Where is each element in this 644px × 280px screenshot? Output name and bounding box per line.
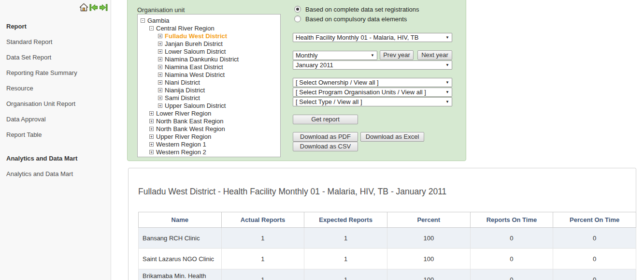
tree-item-north-bank-west-region[interactable]: + North Bank West Region	[141, 125, 277, 133]
tree-item-label[interactable]: Nianija District	[165, 87, 205, 94]
sidebar-item-analytics-and-data-mart[interactable]: Analytics and Data Mart	[0, 166, 111, 182]
period-select-value: January 2011	[296, 61, 333, 69]
tree-item-label[interactable]: Niamina Dankunku District	[165, 56, 239, 63]
cell-percent: 100	[387, 228, 470, 249]
tree-toggle-icon[interactable]: +	[149, 111, 154, 116]
tree-item-label[interactable]: Western Region 1	[156, 141, 206, 148]
tree-toggle-icon[interactable]: -	[141, 18, 145, 23]
tree-toggle-icon[interactable]: -	[149, 26, 154, 30]
cell-reports-on-time: 0	[470, 269, 553, 280]
column-header: Expected Reports	[304, 212, 387, 228]
tree-item-sami-district[interactable]: + Sami District	[141, 94, 277, 102]
reporting-rate-table: Name Actual Reports Expected Reports Per…	[138, 212, 636, 280]
tree-item-label[interactable]: North Bank East Region	[156, 118, 223, 125]
tree-toggle-icon[interactable]: +	[149, 134, 154, 139]
tree-item-fulladu-west-district[interactable]: + Fulladu West District	[141, 32, 277, 40]
tree-item-lower-river-region[interactable]: + Lower River Region	[141, 109, 277, 117]
tree-item-niani-district[interactable]: + Niani District	[141, 78, 277, 86]
tree-item-niamina-east-district[interactable]: + Niamina East District	[141, 63, 277, 71]
report-title: Fulladu West District - Health Facility …	[138, 187, 446, 197]
tree-item-label[interactable]: Upper Saloum District	[165, 102, 226, 109]
tree-toggle-icon[interactable]: +	[158, 57, 162, 61]
tree-toggle-icon[interactable]: +	[158, 49, 162, 54]
tree-toggle-icon[interactable]: +	[149, 127, 154, 131]
tree-item-label[interactable]: Niani District	[165, 79, 200, 86]
sidebar: Report Standard Report Data Set Report R…	[0, 0, 111, 280]
program-orgunit-select-value: [ Select Program Organisation Units / Vi…	[296, 88, 426, 96]
organisation-unit-tree: - Gambia - Central River Region + Fullad…	[137, 14, 281, 157]
dropdown-arrow-icon: ▼	[445, 35, 449, 40]
radio-compulsory-data-elements[interactable]: Based on compulsory data elements	[294, 14, 419, 24]
next-year-button[interactable]: Next year	[417, 50, 452, 60]
tree-toggle-icon[interactable]: +	[158, 34, 162, 38]
tree-item-upper-river-region[interactable]: + Upper River Region	[141, 133, 277, 140]
tree-item-label[interactable]: Western Region 2	[156, 148, 206, 156]
column-header: Reports On Time	[470, 212, 553, 228]
download-csv-button[interactable]: Download as CSV	[293, 142, 358, 151]
radio-button-icon[interactable]	[294, 15, 301, 22]
radio-button-icon[interactable]	[294, 6, 301, 13]
tree-item-central-river-region[interactable]: - Central River Region	[141, 24, 277, 32]
period-select[interactable]: January 2011 ▼	[293, 60, 452, 70]
ownership-select[interactable]: [ Select Ownership / View all ] ▼	[293, 78, 452, 87]
radio-label: Based on compulsory data elements	[305, 15, 407, 23]
sidebar-item-data-set-report[interactable]: Data Set Report	[0, 50, 111, 65]
tree-item-label[interactable]: Sami District	[165, 94, 200, 102]
tree-toggle-icon[interactable]: +	[158, 88, 162, 92]
sidebar-item-report-table[interactable]: Report Table	[0, 127, 111, 143]
tree-item-western-region-1[interactable]: + Western Region 1	[141, 140, 277, 148]
tree-toggle-icon[interactable]: +	[149, 150, 154, 154]
sidebar-item-standard-report[interactable]: Standard Report	[0, 34, 111, 50]
sidebar-item-resource[interactable]: Resource	[0, 81, 111, 96]
tree-item-label[interactable]: Niamina East District	[165, 63, 223, 71]
previous-page-icon[interactable]	[89, 3, 98, 12]
dataset-select-value: Health Facility Monthly 01 - Malaria, HI…	[296, 34, 418, 41]
tree-item-label[interactable]: Lower River Region	[156, 110, 211, 117]
get-report-button[interactable]: Get report	[293, 115, 358, 124]
tree-item-label[interactable]: Fulladu West District	[165, 32, 227, 40]
tree-item-label[interactable]: Janjan Bureh District	[165, 40, 223, 47]
tree-toggle-icon[interactable]: +	[158, 73, 162, 77]
tree-toggle-icon[interactable]: +	[149, 142, 154, 147]
tree-toggle-icon[interactable]: +	[158, 80, 162, 85]
tree-item-western-region-2[interactable]: + Western Region 2	[141, 148, 277, 156]
next-page-icon[interactable]	[99, 3, 108, 12]
tree-item-niamina-dankunku-district[interactable]: + Niamina Dankunku District	[141, 55, 277, 63]
tree-item-label[interactable]: Lower Saloum District	[165, 48, 226, 55]
tree-toggle-icon[interactable]: +	[149, 119, 154, 123]
report-output-panel: Fulladu West District - Health Facility …	[128, 168, 636, 280]
table-row-bansang-rch-clinic: Bansang RCH Clinic 1 1 100 0 0	[139, 228, 636, 249]
tree-item-north-bank-east-region[interactable]: + North Bank East Region	[141, 117, 277, 125]
tree-item-label[interactable]: Niamina West District	[165, 71, 225, 78]
download-pdf-button[interactable]: Download as PDF	[293, 132, 358, 142]
criteria-radio-group: Based on complete data set registrations…	[294, 4, 419, 24]
radio-complete-data-set-registrations[interactable]: Based on complete data set registrations	[294, 4, 419, 14]
sidebar-item-data-approval[interactable]: Data Approval	[0, 112, 111, 127]
tree-item-label[interactable]: Gambia	[147, 17, 170, 24]
period-type-select[interactable]: Monthly ▼	[293, 51, 377, 60]
tree-item-niamina-west-district[interactable]: + Niamina West District	[141, 71, 277, 78]
dataset-select[interactable]: Health Facility Monthly 01 - Malaria, HI…	[293, 33, 452, 42]
tree-item-label[interactable]: North Bank West Region	[156, 125, 225, 133]
tree-item-lower-saloum-district[interactable]: + Lower Saloum District	[141, 47, 277, 55]
program-orgunit-select[interactable]: [ Select Program Organisation Units / Vi…	[293, 88, 452, 97]
sidebar-item-reporting-rate-summary[interactable]: Reporting Rate Summary	[0, 65, 111, 81]
sidebar-item-organisation-unit-report[interactable]: Organisation Unit Report	[0, 96, 111, 112]
tree-item-gambia[interactable]: - Gambia	[141, 16, 277, 24]
tree-item-label[interactable]: Central River Region	[156, 25, 215, 32]
tree-toggle-icon[interactable]: +	[158, 103, 162, 108]
tree-item-upper-saloum-district[interactable]: + Upper Saloum District	[141, 102, 277, 109]
column-header: Name	[139, 212, 222, 228]
download-excel-button[interactable]: Download as Excel	[360, 132, 424, 142]
cell-reports-on-time: 0	[470, 249, 553, 269]
tree-item-janjan-bureh-district[interactable]: + Janjan Bureh District	[141, 40, 277, 47]
tree-item-nianija-district[interactable]: + Nianija District	[141, 86, 277, 94]
tree-toggle-icon[interactable]: +	[158, 65, 162, 69]
type-select[interactable]: [ Select Type / View all ] ▼	[293, 97, 452, 106]
column-header: Percent	[387, 212, 470, 228]
tree-toggle-icon[interactable]: +	[158, 96, 162, 100]
tree-item-label[interactable]: Upper River Region	[156, 133, 211, 140]
prev-year-button[interactable]: Prev year	[380, 50, 414, 60]
tree-toggle-icon[interactable]: +	[158, 42, 162, 46]
column-header: Percent On Time	[553, 212, 636, 228]
